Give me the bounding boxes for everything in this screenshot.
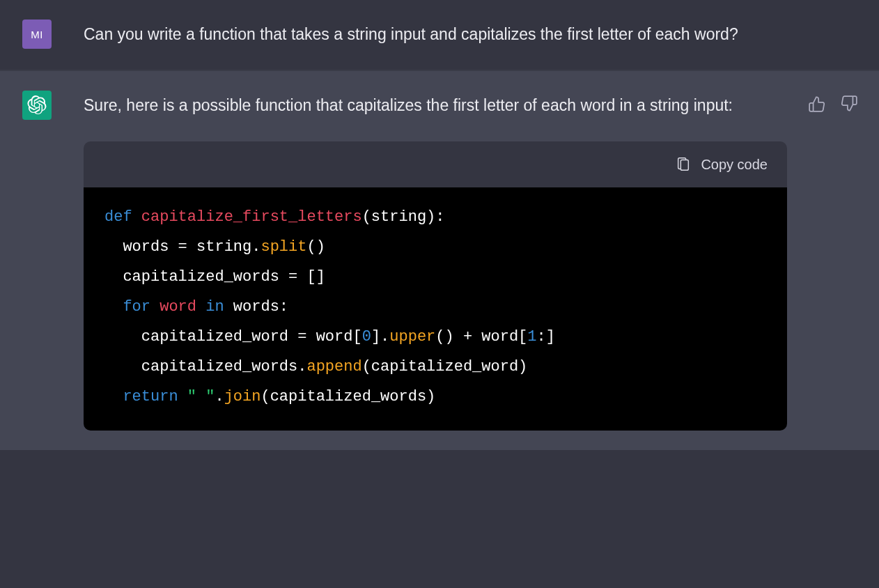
code-block-header: Copy code (84, 141, 787, 187)
function-name: capitalize_first_letters (141, 208, 362, 226)
keyword-in: in (205, 298, 224, 316)
assistant-avatar (22, 91, 52, 120)
keyword-for: for (123, 298, 150, 316)
code-text: capitalized_words. (104, 358, 306, 376)
keyword-return: return (123, 388, 178, 405)
method-split: split (260, 238, 306, 256)
code-text: (capitalized_word) (362, 358, 528, 376)
method-append: append (306, 358, 361, 376)
function-params: (string): (362, 208, 445, 226)
code-text: ]. (371, 328, 389, 346)
code-text: (capitalized_words) (260, 388, 435, 405)
code-text: () + word[ (435, 328, 527, 346)
code-text: capitalized_word = word[ (104, 328, 362, 346)
assistant-message-row: Sure, here is a possible function that c… (0, 70, 879, 450)
copy-code-label: Copy code (701, 151, 768, 178)
var-word: word (160, 298, 196, 316)
code-line-words-assign: words = string. (104, 238, 260, 256)
assistant-message-content: Sure, here is a possible function that c… (84, 91, 794, 431)
thumbs-down-icon[interactable] (840, 95, 858, 113)
svg-rect-0 (681, 160, 689, 171)
code-line-capwords-init: capitalized_words = [] (104, 268, 325, 286)
user-message-content: Can you write a function that takes a st… (84, 20, 858, 50)
user-avatar: MI (22, 20, 52, 49)
message-actions (808, 91, 858, 431)
number-1: 1 (527, 328, 536, 346)
code-body: def capitalize_first_letters(string): wo… (84, 187, 787, 430)
number-0: 0 (362, 328, 371, 346)
code-text: :] (537, 328, 555, 346)
assistant-message-text: Sure, here is a possible function that c… (84, 91, 752, 121)
method-upper: upper (389, 328, 435, 346)
code-block: Copy code def capitalize_first_letters(s… (84, 141, 787, 430)
user-message-row: MI Can you write a function that takes a… (0, 0, 879, 70)
code-text: words: (224, 298, 288, 316)
thumbs-up-icon[interactable] (808, 95, 826, 113)
method-join: join (224, 388, 261, 405)
code-text: () (306, 238, 325, 256)
code-text: . (215, 388, 224, 405)
user-message-text: Can you write a function that takes a st… (84, 20, 752, 50)
openai-logo-icon (27, 95, 47, 115)
clipboard-icon (676, 157, 691, 172)
string-space: " " (187, 388, 215, 405)
user-avatar-initials: MI (31, 29, 43, 40)
copy-code-button[interactable]: Copy code (676, 151, 768, 178)
keyword-def: def (104, 208, 132, 226)
